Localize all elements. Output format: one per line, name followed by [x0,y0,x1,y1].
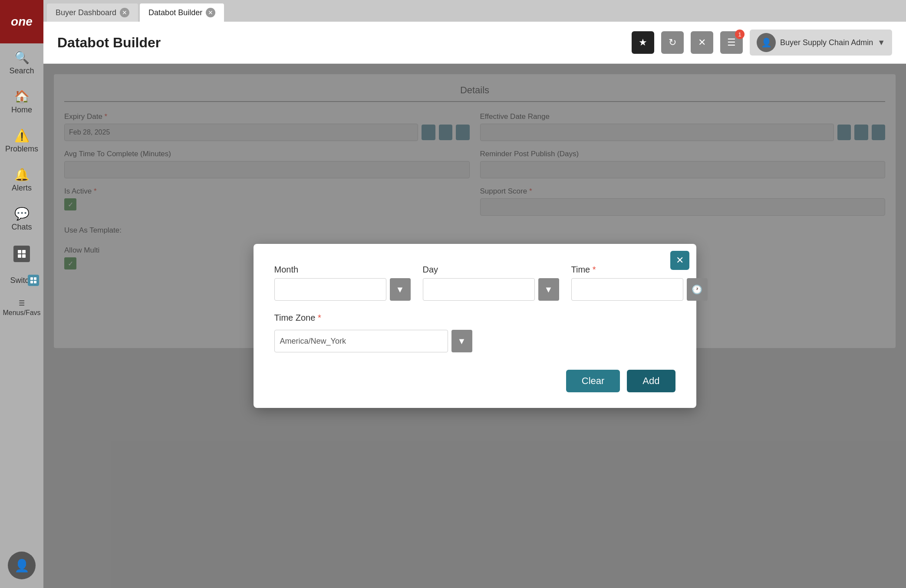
tab-label: Buyer Dashboard [56,8,116,17]
sidebar-item-alerts[interactable]: 🔔 Alerts [0,161,43,200]
search-icon: 🔍 [14,50,30,65]
modal-fields-row: Month ▼ Day [274,265,675,301]
user-avatar-header: 👤 [757,33,776,52]
sidebar-item-home[interactable]: 🏠 Home [0,82,43,122]
sidebar-item-label: Alerts [12,184,32,193]
bell-icon: 🔔 [14,168,30,182]
sidebar: one 🔍 Search 🏠 Home ⚠️ Problems 🔔 Alerts… [0,0,43,588]
timezone-value: America/New_York [274,330,448,352]
sidebar-item-search[interactable]: 🔍 Search [0,43,43,82]
add-button[interactable]: Add [627,370,675,392]
day-dropdown-button[interactable]: ▼ [538,278,559,301]
sidebar-item-chats[interactable]: 💬 Chats [0,200,43,239]
clock-icon: 🕐 [692,284,702,295]
sidebar-item-label: Home [11,105,32,115]
sidebar-item-problems[interactable]: ⚠️ Problems [0,122,43,161]
timezone-input-row: America/New_York ▼ [274,330,675,352]
sidebar-item-label: Chats [11,223,32,232]
svg-rect-2 [18,254,21,258]
timezone-dropdown-button[interactable]: ▼ [451,330,472,352]
modal-actions: Clear Add [274,370,675,392]
close-page-button[interactable]: ✕ [691,31,713,54]
user-dropdown[interactable]: 👤 Buyer Supply Chain Admin ▼ [750,30,892,56]
user-avatar-sidebar[interactable]: 👤 [8,552,36,579]
svg-rect-0 [18,250,21,253]
user-name: Buyer Supply Chain Admin [780,38,873,47]
chevron-down-icon: ▼ [458,336,466,346]
switch-bg-icon [13,246,30,262]
tab-buyer-dashboard[interactable]: Buyer Dashboard ✕ [47,3,138,22]
sidebar-item-label: Menus/Favs [3,309,40,317]
header-actions: ★ ↻ ✕ ☰ 1 👤 Buyer Supply Chain Admin ▼ [632,30,892,56]
timezone-label: Time Zone * [274,313,675,323]
sidebar-bottom: 👤 [8,552,36,579]
day-label: Day [423,265,559,275]
page-title: Databot Builder [57,35,161,51]
favorite-button[interactable]: ★ [632,31,654,54]
switch-overlay-icon [28,275,39,286]
notifications-area[interactable]: ☰ 1 [720,31,743,54]
app-logo[interactable]: one [0,0,43,43]
tab-bar: Buyer Dashboard ✕ Databot Builder ✕ [43,0,906,22]
sidebar-item-label: Search [9,66,34,76]
modal-close-button[interactable]: ✕ [670,251,689,270]
home-icon: 🏠 [14,89,30,104]
svg-rect-7 [34,281,36,283]
close-icon: ✕ [676,255,684,266]
chevron-down-icon: ▼ [544,285,553,295]
tab-databot-builder[interactable]: Databot Builder ✕ [140,3,224,22]
month-field-group: Month ▼ [274,265,411,301]
tab-close-buyer-dashboard[interactable]: ✕ [120,8,129,17]
chevron-down-icon: ▼ [877,38,885,47]
month-label: Month [274,265,411,275]
chevron-down-icon: ▼ [396,285,405,295]
day-field-group: Day ▼ [423,265,559,301]
svg-rect-6 [30,281,33,283]
notifications-badge: 1 [735,30,745,39]
time-clock-button[interactable]: 🕐 [687,278,708,301]
refresh-button[interactable]: ↻ [661,31,684,54]
time-field-group: Time * 🕐 [571,265,708,301]
month-dropdown-button[interactable]: ▼ [390,278,411,301]
tab-close-databot-builder[interactable]: ✕ [206,8,215,17]
day-input-row: ▼ [423,278,559,301]
timezone-field-group: Time Zone * America/New_York ▼ [274,313,675,352]
svg-rect-1 [22,250,26,253]
svg-rect-4 [30,277,33,280]
switch-icons [13,246,30,262]
month-input[interactable] [274,278,386,301]
sidebar-item-switch[interactable]: Switch [0,239,43,292]
svg-rect-3 [22,254,26,258]
svg-rect-5 [34,277,36,280]
time-input-row: 🕐 [571,278,708,301]
month-input-row: ▼ [274,278,411,301]
content-area: Details Expiry Date * Feb 28, 2025 Effec… [43,64,906,588]
tab-label: Databot Builder [148,8,202,17]
sidebar-item-label: Problems [5,145,38,154]
sidebar-item-menus[interactable]: ☰ Menus/Favs [0,292,43,324]
warning-icon: ⚠️ [14,128,30,143]
menu-icon: ☰ [19,299,25,307]
clear-button[interactable]: Clear [566,370,620,392]
page-header: Databot Builder ★ ↻ ✕ ☰ 1 👤 Buyer Supply… [43,22,906,64]
modal-dialog: ✕ Month ▼ [254,244,696,408]
timezone-section: Time Zone * America/New_York ▼ [274,313,675,352]
chat-icon: 💬 [14,207,30,221]
main-content: Buyer Dashboard ✕ Databot Builder ✕ Data… [43,0,906,588]
day-input[interactable] [423,278,535,301]
time-input[interactable] [571,278,683,301]
modal-overlay: ✕ Month ▼ [43,64,906,588]
